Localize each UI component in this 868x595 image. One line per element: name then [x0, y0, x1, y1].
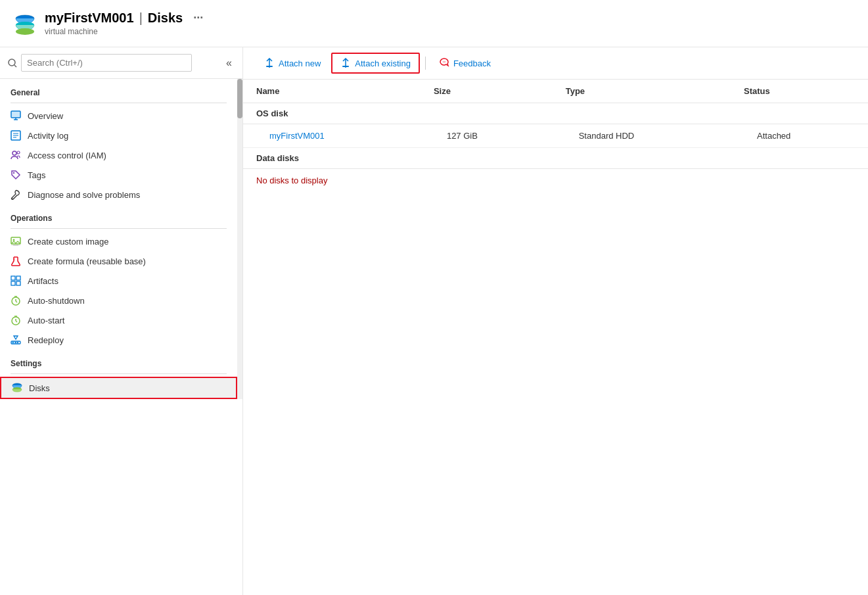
- vm-icon: [13, 12, 37, 36]
- sidebar: « General Overview: [0, 47, 243, 595]
- sidebar-item-label: Diagnose and solve problems: [28, 190, 140, 200]
- data-disk-section-row: Data disks: [243, 148, 868, 169]
- svg-point-3: [16, 28, 34, 35]
- wrench-icon: [11, 189, 21, 200]
- sidebar-item-tags[interactable]: Tags: [0, 165, 237, 185]
- page-header: myFirstVM001 | Disks ··· virtual machine: [0, 0, 868, 47]
- svg-rect-23: [14, 258, 14, 260]
- tag-icon: [11, 170, 21, 180]
- beaker-icon: [11, 256, 21, 266]
- grid-icon: [11, 275, 21, 286]
- sidebar-item-formula[interactable]: Create formula (reusable base): [0, 251, 237, 271]
- feedback-icon: [439, 58, 449, 68]
- scrollbar-thumb[interactable]: [237, 79, 242, 118]
- page-title: myFirstVM001 | Disks ···: [45, 11, 203, 26]
- col-name: Name: [243, 80, 421, 103]
- disk-icon: [12, 383, 22, 393]
- svg-line-34: [16, 321, 17, 322]
- clock-icon: [11, 295, 21, 306]
- feedback-button[interactable]: Feedback: [431, 54, 499, 72]
- svg-point-17: [12, 198, 13, 199]
- resource-subtitle: virtual machine: [45, 27, 203, 36]
- os-disk-status: Attached: [731, 124, 868, 148]
- collapse-sidebar-button[interactable]: «: [223, 55, 235, 72]
- search-icon: [8, 59, 17, 68]
- section-label-settings: Settings: [0, 350, 237, 371]
- sidebar-item-overview[interactable]: Overview: [0, 106, 237, 126]
- sidebar-item-auto-start[interactable]: Auto-start: [0, 310, 237, 330]
- sidebar-item-artifacts[interactable]: Artifacts: [0, 271, 237, 291]
- svg-rect-43: [266, 66, 273, 67]
- attach-new-button[interactable]: Attach new: [256, 54, 329, 72]
- deploy-icon: [11, 335, 21, 345]
- svg-rect-24: [11, 276, 15, 280]
- svg-point-16: [13, 172, 14, 174]
- attach-existing-button[interactable]: Attach existing: [331, 53, 420, 74]
- people-icon: [11, 150, 21, 160]
- sidebar-item-label: Disks: [29, 383, 50, 393]
- data-disk-section-label: Data disks: [243, 148, 868, 169]
- svg-rect-27: [16, 281, 20, 285]
- main-content: Attach new Attach existing Feedback: [243, 47, 868, 595]
- no-disks-message: No disks to display: [243, 169, 868, 193]
- sidebar-item-activity-log[interactable]: Activity log: [0, 126, 237, 145]
- no-disks-row: No disks to display: [243, 169, 868, 193]
- sidebar-item-label: Activity log: [28, 131, 68, 141]
- sidebar-item-label: Tags: [28, 170, 45, 180]
- svg-point-19: [13, 239, 15, 241]
- svg-rect-39: [17, 342, 18, 343]
- svg-point-4: [9, 59, 15, 66]
- os-disk-section-label: OS disk: [243, 103, 868, 124]
- attach-new-icon: [264, 58, 275, 68]
- section-label-general: General: [0, 79, 237, 100]
- section-label-operations: Operations: [0, 204, 237, 226]
- svg-rect-44: [342, 66, 349, 67]
- sidebar-item-disks[interactable]: Disks: [0, 377, 237, 399]
- scrollbar-track[interactable]: [237, 79, 242, 399]
- os-disk-section-row: OS disk: [243, 103, 868, 124]
- list-icon: [11, 130, 21, 141]
- svg-point-14: [12, 151, 16, 155]
- disk-content-area: Name Size Type Status OS disk myFirstVM0…: [243, 80, 868, 595]
- os-disk-row[interactable]: myFirstVM001 127 GiB Standard HDD Attach…: [243, 124, 868, 148]
- svg-point-15: [17, 151, 20, 154]
- toolbar: Attach new Attach existing Feedback: [243, 47, 868, 80]
- sidebar-item-label: Access control (IAM): [28, 151, 106, 160]
- svg-rect-25: [16, 276, 20, 280]
- sidebar-item-diagnose[interactable]: Diagnose and solve problems: [0, 185, 237, 204]
- attach-existing-icon: [340, 58, 351, 68]
- os-disk-size: 127 GiB: [421, 124, 553, 148]
- sidebar-item-label: Auto-start: [28, 316, 64, 325]
- sidebar-item-auto-shutdown[interactable]: Auto-shutdown: [0, 291, 237, 310]
- svg-line-5: [14, 65, 16, 67]
- sidebar-item-label: Redeploy: [28, 335, 64, 345]
- svg-rect-26: [11, 281, 15, 285]
- sidebar-item-redeploy[interactable]: Redeploy: [0, 330, 237, 350]
- os-disk-type: Standard HDD: [553, 124, 731, 148]
- search-input[interactable]: [21, 54, 192, 72]
- image-icon: [11, 236, 21, 247]
- sidebar-item-custom-image[interactable]: Create custom image: [0, 231, 237, 251]
- monitor-icon: [11, 110, 21, 121]
- svg-rect-37: [12, 342, 14, 343]
- toolbar-divider: [425, 57, 426, 70]
- col-status: Status: [731, 80, 868, 103]
- sidebar-item-label: Auto-shutdown: [28, 296, 85, 306]
- clock2-icon: [11, 315, 21, 325]
- disk-table: Name Size Type Status OS disk myFirstVM0…: [243, 80, 868, 192]
- sidebar-item-label: Artifacts: [28, 276, 58, 286]
- os-disk-name[interactable]: myFirstVM001: [243, 124, 421, 148]
- more-options-icon[interactable]: ···: [193, 11, 203, 25]
- sidebar-scroll: General Overview Activity log: [0, 79, 242, 595]
- svg-rect-38: [15, 342, 16, 343]
- sidebar-search-area: «: [0, 47, 242, 79]
- sidebar-item-label: Create custom image: [28, 237, 109, 247]
- col-size: Size: [421, 80, 553, 103]
- svg-rect-7: [12, 112, 20, 117]
- sidebar-item-access-control[interactable]: Access control (IAM): [0, 145, 237, 165]
- header-title-group: myFirstVM001 | Disks ··· virtual machine: [45, 11, 203, 36]
- sidebar-item-label: Overview: [28, 111, 63, 121]
- col-type: Type: [553, 80, 731, 103]
- sidebar-item-label: Create formula (reusable base): [28, 256, 146, 266]
- svg-line-30: [16, 301, 17, 302]
